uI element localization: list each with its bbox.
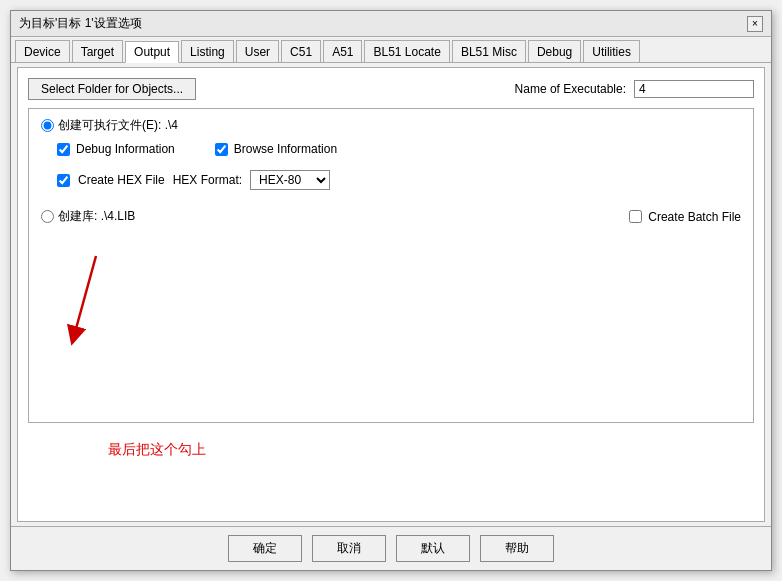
tab-target[interactable]: Target xyxy=(72,40,123,62)
create-hex-label: Create HEX File xyxy=(78,173,165,187)
content-area: Select Folder for Objects... Name of Exe… xyxy=(17,67,765,522)
name-exec-label: Name of Executable: xyxy=(515,82,626,96)
group-box: 创建可执行文件(E): .\4 Debug Information Browse… xyxy=(28,108,754,423)
lib-row: 创建库: .\4.LIB Create Batch File xyxy=(41,208,741,225)
top-row: Select Folder for Objects... Name of Exe… xyxy=(28,78,754,100)
radio-create-lib-label: 创建库: .\4.LIB xyxy=(58,208,135,225)
tab-utilities[interactable]: Utilities xyxy=(583,40,640,62)
divider xyxy=(41,196,741,204)
tab-user[interactable]: User xyxy=(236,40,279,62)
hex-file-row: Create HEX File HEX Format: HEX-80 HEX-3… xyxy=(57,170,741,190)
tab-output[interactable]: Output xyxy=(125,41,179,63)
lib-left: 创建库: .\4.LIB xyxy=(41,208,135,225)
radio-create-exec-label: 创建可执行文件(E): .\4 xyxy=(58,117,178,134)
tab-bl51locate[interactable]: BL51 Locate xyxy=(364,40,449,62)
radio-create-lib[interactable] xyxy=(41,210,54,223)
hex-format-label: HEX Format: xyxy=(173,173,242,187)
lib-right: Create Batch File xyxy=(629,210,741,224)
create-batch-checkbox[interactable] xyxy=(629,210,642,223)
tab-a51[interactable]: A51 xyxy=(323,40,362,62)
tab-device[interactable]: Device xyxy=(15,40,70,62)
debug-info-label: Debug Information xyxy=(76,142,175,156)
select-folder-button[interactable]: Select Folder for Objects... xyxy=(28,78,196,100)
cancel-button[interactable]: 取消 xyxy=(312,535,386,562)
name-exec-row: Name of Executable: xyxy=(515,80,754,98)
close-button[interactable]: × xyxy=(747,16,763,32)
name-exec-input[interactable] xyxy=(634,80,754,98)
tabs-bar: Device Target Output Listing User C51 A5… xyxy=(11,37,771,63)
hex-format-select[interactable]: HEX-80 HEX-386 xyxy=(250,170,330,190)
create-hex-checkbox[interactable] xyxy=(57,174,70,187)
debug-info-row: Debug Information xyxy=(57,142,175,156)
annotation-text: 最后把这个勾上 xyxy=(108,441,206,459)
bottom-bar: 确定 取消 默认 帮助 xyxy=(11,526,771,570)
debug-info-checkbox[interactable] xyxy=(57,143,70,156)
ok-button[interactable]: 确定 xyxy=(228,535,302,562)
title-bar: 为目标'目标 1'设置选项 × xyxy=(11,11,771,37)
browse-info-checkbox[interactable] xyxy=(215,143,228,156)
radio-create-exec[interactable] xyxy=(41,119,54,132)
browse-info-row: Browse Information xyxy=(215,142,337,156)
annotation-area: 最后把这个勾上 xyxy=(28,431,754,511)
tab-bl51misc[interactable]: BL51 Misc xyxy=(452,40,526,62)
browse-info-label: Browse Information xyxy=(234,142,337,156)
radio-create-exec-row: 创建可执行文件(E): .\4 xyxy=(41,117,741,134)
main-window: 为目标'目标 1'设置选项 × Device Target Output Lis… xyxy=(10,10,772,571)
create-batch-label: Create Batch File xyxy=(648,210,741,224)
window-title: 为目标'目标 1'设置选项 xyxy=(19,15,142,32)
default-button[interactable]: 默认 xyxy=(396,535,470,562)
tab-listing[interactable]: Listing xyxy=(181,40,234,62)
tab-debug[interactable]: Debug xyxy=(528,40,581,62)
checkboxes-row: Debug Information Browse Information xyxy=(57,142,741,162)
tab-c51[interactable]: C51 xyxy=(281,40,321,62)
help-button[interactable]: 帮助 xyxy=(480,535,554,562)
